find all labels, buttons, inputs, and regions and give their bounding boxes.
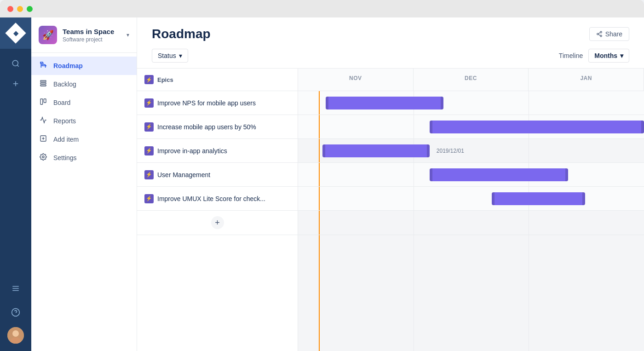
gantt-empty-label: [137, 235, 298, 351]
epic-icon: ⚡: [144, 146, 154, 155]
sidebar-item-add-label: Add item: [53, 136, 79, 143]
logo-diamond: ◆: [5, 23, 26, 43]
app: ◆: [0, 17, 644, 351]
help-icon[interactable]: [6, 303, 25, 322]
epic-icon: ⚡: [144, 122, 154, 132]
sidebar-item-board[interactable]: Board: [31, 93, 137, 112]
add-item-label: +: [137, 211, 298, 235]
gantt-header: ⚡ Epics NOV DEC JAN: [137, 69, 644, 91]
svg-rect-14: [40, 81, 46, 82]
bar-handle-left[interactable]: [326, 97, 328, 109]
sidebar-item-roadmap-label: Roadmap: [53, 62, 83, 69]
settings-icon: [39, 153, 48, 162]
svg-line-27: [598, 33, 600, 34]
sidebar-item-reports[interactable]: Reports: [31, 112, 137, 130]
add-item-icon: [39, 135, 48, 144]
avatar[interactable]: [7, 327, 24, 344]
minimize-button[interactable]: [17, 6, 23, 12]
row-chart-2: [298, 115, 644, 138]
svg-line-26: [598, 35, 600, 35]
gantt-bar-3[interactable]: [322, 144, 430, 157]
table-row: ⚡ Improve in-app analytics 2019/12/01: [137, 139, 644, 163]
bar-handle-left[interactable]: [430, 121, 432, 133]
svg-rect-18: [44, 99, 46, 103]
sidebar-item-backlog[interactable]: Backlog: [31, 75, 137, 93]
project-type: Software project: [63, 36, 121, 43]
share-button[interactable]: Share: [589, 27, 629, 41]
logo-icon: ◆: [13, 29, 18, 37]
project-name: Teams in Space: [63, 27, 121, 36]
roadmap-area: ⚡ Epics NOV DEC JAN ⚡ Improv: [137, 69, 644, 351]
share-icon: [596, 31, 603, 37]
sidebar-item-reports-label: Reports: [53, 117, 76, 125]
status-filter[interactable]: Status ▾: [152, 49, 188, 63]
months-chevron-icon: ▾: [620, 52, 623, 59]
sidebar-item-board-label: Board: [53, 99, 70, 106]
sidebar-item-roadmap[interactable]: Roadmap: [31, 57, 137, 75]
svg-point-10: [12, 330, 19, 337]
chevron-down-icon: ▾: [126, 32, 129, 38]
sidebar-item-backlog-label: Backlog: [53, 81, 76, 88]
svg-point-22: [42, 156, 44, 158]
svg-rect-16: [40, 85, 46, 86]
row-text-1: Improve NPS for mobile app users: [157, 99, 256, 107]
bar-handle-right[interactable]: [641, 121, 644, 133]
bar-handle-right[interactable]: [565, 168, 568, 181]
epic-icon: ⚡: [144, 170, 154, 179]
months-dropdown[interactable]: Months ▾: [588, 49, 629, 63]
row-label-2: ⚡ Increase mobile app users by 50%: [137, 115, 298, 138]
today-line: [319, 115, 320, 138]
share-label: Share: [605, 30, 622, 38]
backlog-icon: [39, 80, 48, 89]
epics-header-label: Epics: [157, 76, 173, 83]
month-divider: [414, 187, 414, 210]
sidebar-item-add[interactable]: Add item: [31, 130, 137, 149]
titlebar: [0, 0, 644, 17]
sidebar-item-settings[interactable]: Settings: [31, 149, 137, 167]
sidebar-logo[interactable]: ◆: [0, 17, 31, 49]
bar-handle-left[interactable]: [430, 168, 432, 181]
row-chart-3: 2019/12/01: [298, 139, 644, 162]
month-divider: [529, 91, 529, 115]
menu-icon[interactable]: [6, 279, 25, 298]
sidebar-dark-bottom: [6, 279, 25, 351]
roadmap-icon: [39, 61, 48, 70]
bar-handle-right[interactable]: [427, 144, 430, 157]
gantt-bar-1[interactable]: [326, 97, 443, 109]
gantt-bar-5[interactable]: [492, 192, 585, 205]
bar-handle-right[interactable]: [441, 97, 443, 109]
timeline-controls: Timeline Months ▾: [559, 49, 629, 63]
add-icon[interactable]: [6, 75, 25, 93]
svg-point-23: [600, 31, 602, 33]
close-button[interactable]: [7, 6, 13, 12]
today-line: [319, 163, 320, 186]
month-nov: NOV: [298, 69, 414, 91]
row-text-4: User Management: [157, 171, 210, 178]
maximize-button[interactable]: [27, 6, 33, 12]
sidebar-light: 🚀 Teams in Space Software project ▾ Road…: [31, 17, 137, 351]
today-line: [319, 211, 320, 235]
today-line: [319, 139, 320, 162]
sidebar-item-settings-label: Settings: [53, 154, 77, 161]
bar-handle-right[interactable]: [582, 192, 585, 205]
gantt-bar-4[interactable]: [430, 168, 568, 181]
row-chart-5: [298, 187, 644, 210]
topbar-controls: Status ▾ Timeline Months ▾: [152, 49, 629, 68]
page-title: Roadmap: [152, 27, 211, 41]
svg-line-1: [17, 65, 18, 66]
sidebar-dark: ◆: [0, 17, 31, 351]
today-line: [319, 91, 320, 115]
search-icon[interactable]: [6, 54, 25, 73]
month-divider: [529, 211, 529, 235]
bar-handle-left[interactable]: [322, 144, 325, 157]
status-filter-label: Status: [158, 52, 176, 59]
bar-handle-left[interactable]: [492, 192, 494, 205]
gantt-container: ⚡ Epics NOV DEC JAN ⚡ Improv: [137, 69, 644, 351]
row-chart-1: [298, 91, 644, 115]
row-text-3: Improve in-app analytics: [157, 147, 227, 155]
gantt-bar-2[interactable]: [430, 121, 644, 133]
month-divider: [414, 235, 414, 351]
add-epic-button[interactable]: +: [211, 216, 224, 229]
project-selector[interactable]: 🚀 Teams in Space Software project ▾: [31, 17, 137, 53]
months-label: Months: [594, 52, 617, 59]
